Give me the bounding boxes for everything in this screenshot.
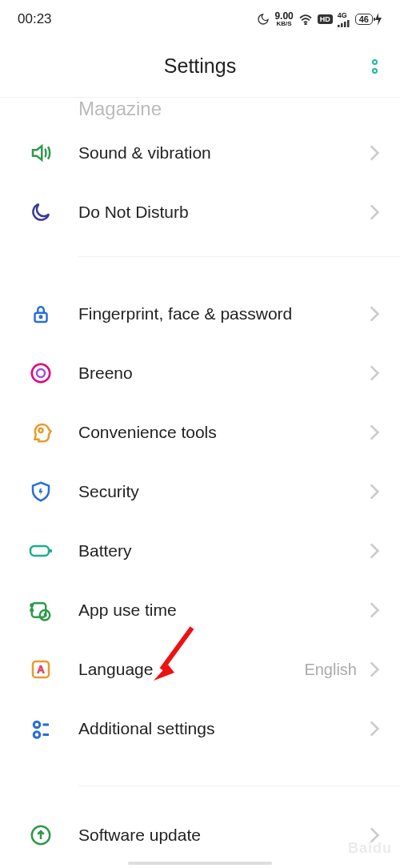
section-divider — [78, 256, 400, 257]
status-right: 9.00 KB/S HD 4G 46 — [257, 11, 382, 27]
hd-badge: HD — [318, 14, 333, 24]
svg-point-6 — [40, 316, 42, 319]
shield-icon — [29, 480, 53, 504]
chevron-right-icon — [368, 718, 381, 739]
chevron-right-icon — [368, 303, 381, 324]
settings-list: Magazine Sound & vibration Do Not Distur… — [0, 98, 400, 865]
svg-rect-1 — [338, 25, 340, 27]
svg-point-18 — [34, 732, 40, 738]
row-label: Additional settings — [78, 719, 368, 738]
chevron-right-icon — [368, 143, 381, 163]
section-divider — [78, 786, 400, 786]
battery-icon — [29, 539, 53, 563]
additional-icon — [29, 717, 53, 741]
row-label: Battery — [78, 541, 368, 561]
moon-outline-icon — [29, 200, 53, 224]
app-clock-icon — [29, 598, 53, 622]
lock-icon — [29, 302, 53, 326]
row-fingerprint-face-password[interactable]: Fingerprint, face & password — [0, 284, 400, 344]
language-icon — [29, 657, 53, 681]
status-time: 00:23 — [18, 11, 52, 27]
row-label: Sound & vibration — [78, 143, 368, 163]
chevron-right-icon — [368, 481, 381, 502]
page-title: Settings — [164, 54, 236, 78]
row-label: Software update — [78, 826, 368, 845]
chevron-right-icon — [368, 202, 381, 223]
row-label: App use time — [78, 601, 368, 620]
row-label: Convenience tools — [78, 423, 368, 442]
svg-rect-4 — [347, 20, 350, 27]
head-gear-icon — [29, 420, 53, 444]
chevron-right-icon — [368, 659, 381, 680]
row-breeno[interactable]: Breeno — [0, 344, 400, 403]
svg-point-17 — [34, 721, 40, 728]
row-language[interactable]: Language English — [0, 640, 400, 699]
row-label: Security — [78, 482, 368, 501]
row-additional-settings[interactable]: Additional settings — [0, 699, 400, 758]
row-app-use-time[interactable]: App use time — [0, 581, 400, 640]
svg-rect-2 — [341, 23, 343, 27]
wifi-icon — [298, 14, 313, 25]
svg-point-14 — [31, 609, 34, 612]
chevron-right-icon — [368, 540, 381, 561]
menu-button[interactable] — [372, 59, 378, 74]
net-speed: 9.00 KB/S — [274, 11, 293, 27]
svg-point-13 — [31, 605, 34, 607]
svg-rect-3 — [344, 22, 346, 27]
row-label: Fingerprint, face & password — [78, 304, 368, 323]
chevron-right-icon — [368, 422, 381, 443]
row-convenience-tools[interactable]: Convenience tools — [0, 403, 400, 462]
home-indicator — [128, 862, 272, 865]
row-software-update[interactable]: Software update — [0, 806, 400, 865]
svg-point-8 — [37, 369, 45, 377]
dot-icon — [372, 59, 378, 65]
speaker-icon — [29, 141, 53, 165]
row-do-not-disturb[interactable]: Do Not Disturb — [0, 183, 400, 242]
charging-icon — [374, 13, 382, 26]
row-sound-vibration[interactable]: Sound & vibration — [0, 123, 400, 183]
row-label: Do Not Disturb — [78, 203, 368, 222]
chevron-right-icon — [368, 363, 381, 384]
row-label: Language — [78, 660, 304, 679]
row-label: Breeno — [78, 364, 368, 383]
row-battery[interactable]: Battery — [0, 521, 400, 581]
breeno-icon — [29, 361, 53, 385]
signal-4g: 4G — [338, 12, 350, 27]
status-bar: 00:23 9.00 KB/S HD 4G 46 — [0, 0, 400, 35]
partial-row-magazine: Magazine — [0, 98, 400, 123]
svg-rect-11 — [50, 549, 52, 553]
row-security[interactable]: Security — [0, 462, 400, 521]
signal-icon — [338, 19, 350, 27]
watermark: Baidu — [348, 840, 392, 857]
dot-icon — [372, 68, 378, 74]
svg-point-0 — [305, 23, 306, 25]
svg-point-7 — [32, 364, 50, 383]
moon-icon — [257, 13, 270, 26]
chevron-right-icon — [368, 600, 381, 621]
row-value: English — [304, 661, 357, 679]
svg-rect-10 — [30, 546, 49, 556]
svg-point-9 — [39, 428, 43, 432]
battery-indicator: 46 — [355, 13, 382, 26]
update-icon — [29, 823, 53, 847]
page-header: Settings — [0, 35, 400, 98]
